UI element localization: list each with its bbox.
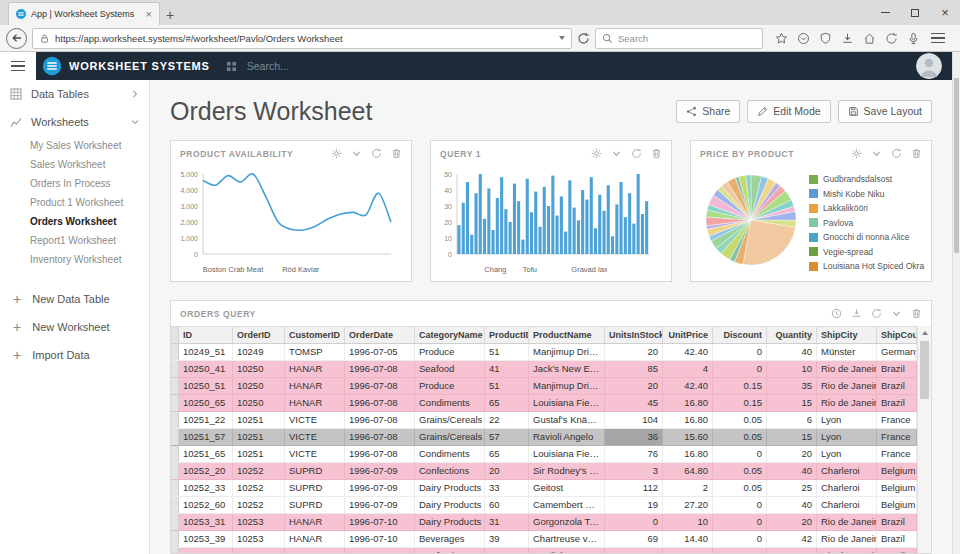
table-cell[interactable]: Grains/Cereals xyxy=(415,412,485,428)
table-cell[interactable]: TOMSP xyxy=(285,344,345,360)
refresh-icon[interactable] xyxy=(631,148,642,159)
table-cell[interactable]: 10252_60 xyxy=(179,497,233,513)
table-cell[interactable]: Lyon xyxy=(817,429,877,445)
table-cell[interactable]: 33 xyxy=(485,480,529,496)
table-cell[interactable]: 51 xyxy=(485,344,529,360)
table-cell[interactable]: 10250 xyxy=(233,378,285,394)
column-header[interactable]: ProductID xyxy=(485,327,529,343)
table-cell[interactable]: Louisiana Fiery Hot Pepper Sauce xyxy=(529,395,605,411)
table-cell[interactable]: 0.15 xyxy=(713,378,767,394)
refresh-icon[interactable] xyxy=(871,308,882,319)
table-cell[interactable]: 10250_41 xyxy=(179,361,233,377)
row-selector[interactable] xyxy=(171,514,179,530)
table-cell[interactable]: HANAR xyxy=(285,514,345,530)
window-maximize-button[interactable] xyxy=(900,0,930,25)
browser-search-input[interactable]: Search xyxy=(595,28,763,49)
table-cell[interactable]: Brazil xyxy=(877,548,917,553)
table-cell[interactable]: Confections xyxy=(415,463,485,479)
table-cell[interactable]: 16.80 xyxy=(663,395,713,411)
sidebar-item-worksheets[interactable]: Worksheets xyxy=(0,108,149,136)
table-cell[interactable]: 1996-07-09 xyxy=(345,480,415,496)
row-selector[interactable] xyxy=(171,412,179,428)
table-row[interactable]: 10253_3910253HANAR1996-07-10Beverages39C… xyxy=(171,531,917,548)
row-selector[interactable] xyxy=(171,480,179,496)
table-cell[interactable]: SUPRD xyxy=(285,480,345,496)
table-cell[interactable]: 0.05 xyxy=(713,412,767,428)
table-cell[interactable]: Seafood xyxy=(415,361,485,377)
trash-icon[interactable] xyxy=(911,148,922,159)
table-cell[interactable]: 36 xyxy=(605,429,663,445)
table-cell[interactable]: 10251 xyxy=(233,446,285,462)
table-cell[interactable]: 16.80 xyxy=(663,446,713,462)
table-cell[interactable]: Rio de Janeiro xyxy=(817,531,877,547)
row-selector[interactable] xyxy=(171,497,179,513)
menu-button[interactable] xyxy=(931,33,945,43)
table-cell[interactable]: VICTE xyxy=(285,446,345,462)
row-selector[interactable] xyxy=(171,446,179,462)
table-cell[interactable]: 42.40 xyxy=(663,378,713,394)
star-icon[interactable] xyxy=(775,32,788,45)
window-minimize-button[interactable] xyxy=(870,0,900,25)
column-header[interactable]: Discount xyxy=(713,327,767,343)
table-cell[interactable]: 10249 xyxy=(233,344,285,360)
table-cell[interactable]: 10251_65 xyxy=(179,446,233,462)
table-cell[interactable]: Louisiana Fiery Hot Pepper Sauce xyxy=(529,446,605,462)
table-cell[interactable]: 0.05 xyxy=(713,429,767,445)
table-cell[interactable]: Lyon xyxy=(817,446,877,462)
table-cell[interactable]: 10251 xyxy=(233,429,285,445)
table-cell[interactable]: Belgium xyxy=(877,497,917,513)
table-cell[interactable]: 15.60 xyxy=(663,429,713,445)
sidebar-item-worksheet[interactable]: Report1 Worksheet xyxy=(0,231,149,250)
table-cell[interactable]: 10251_22 xyxy=(179,412,233,428)
save-layout-button[interactable]: Save Layout xyxy=(838,100,932,123)
sidebar-action-new-data-table[interactable]: +New Data Table xyxy=(0,285,149,313)
table-cell[interactable]: 10250_51 xyxy=(179,378,233,394)
table-cell[interactable]: Dairy Products xyxy=(415,497,485,513)
clock-icon[interactable] xyxy=(831,308,842,319)
table-cell[interactable]: 65 xyxy=(485,395,529,411)
table-cell[interactable]: Rio de Janeiro xyxy=(817,361,877,377)
column-header[interactable]: ID xyxy=(179,327,233,343)
table-cell[interactable]: Ravioli Angelo xyxy=(529,429,605,445)
table-cell[interactable]: 10251 xyxy=(233,412,285,428)
table-cell[interactable]: 10253 xyxy=(233,548,285,553)
table-cell[interactable]: Dairy Products xyxy=(415,480,485,496)
table-cell[interactable]: Germany xyxy=(877,344,917,360)
table-cell[interactable]: 10251_57 xyxy=(179,429,233,445)
pocket-icon[interactable] xyxy=(797,32,810,45)
table-cell[interactable]: 35 xyxy=(767,378,817,394)
table-cell[interactable]: Charleroi xyxy=(817,480,877,496)
column-header[interactable]: OrderDate xyxy=(345,327,415,343)
table-cell[interactable]: 10253_39 xyxy=(179,531,233,547)
table-cell[interactable]: Charleroi xyxy=(817,463,877,479)
row-selector[interactable] xyxy=(171,531,179,547)
column-header[interactable]: UnitsInStock xyxy=(605,327,663,343)
table-cell[interactable]: 0 xyxy=(605,514,663,530)
table-cell[interactable]: 3 xyxy=(605,463,663,479)
column-header[interactable]: CategoryName xyxy=(415,327,485,343)
apps-grid-icon[interactable] xyxy=(226,61,237,72)
table-cell[interactable]: 10252 xyxy=(233,463,285,479)
column-header[interactable]: CustomerID xyxy=(285,327,345,343)
table-cell[interactable]: 10253 xyxy=(233,531,285,547)
back-button[interactable] xyxy=(6,28,27,49)
table-cell[interactable]: Beverages xyxy=(415,531,485,547)
table-cell[interactable]: Dairy Products xyxy=(415,514,485,530)
page-scrollbar-thumb[interactable] xyxy=(954,78,959,253)
table-cell[interactable]: 10252 xyxy=(233,497,285,513)
table-row[interactable]: 10252_3310252SUPRD1996-07-09Dairy Produc… xyxy=(171,480,917,497)
sidebar-item-worksheet[interactable]: My Sales Worksheet xyxy=(0,136,149,155)
table-cell[interactable]: 1996-07-08 xyxy=(345,446,415,462)
table-cell[interactable]: Manjimup Dried Apples xyxy=(529,344,605,360)
table-row[interactable]: 10250_4110250HANAR1996-07-08Seafood41Jac… xyxy=(171,361,917,378)
export-icon[interactable] xyxy=(851,308,862,319)
table-cell[interactable]: 42.40 xyxy=(663,344,713,360)
table-row[interactable]: 10249_5110249TOMSP1996-07-05Produce51Man… xyxy=(171,344,917,361)
table-cell[interactable]: 0.15 xyxy=(713,395,767,411)
table-cell[interactable]: HANAR xyxy=(285,378,345,394)
table-row[interactable]: 10250_6510250HANAR1996-07-08Condiments65… xyxy=(171,395,917,412)
table-cell[interactable]: 0 xyxy=(713,361,767,377)
table-cell[interactable]: 1996-07-05 xyxy=(345,344,415,360)
table-cell[interactable]: 40 xyxy=(767,548,817,553)
column-header[interactable]: UnitPrice xyxy=(663,327,713,343)
